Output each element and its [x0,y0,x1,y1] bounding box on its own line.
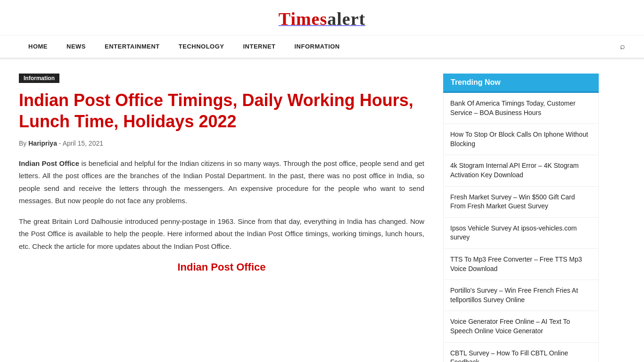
trending-item: Bank Of America Timings Today, Customer … [444,93,598,124]
nav-item-news[interactable]: NEWS [57,35,95,58]
site-header: Timesalert HOME NEWS ENTERTAINMENT TECHN… [0,0,644,59]
by-label: By [19,140,26,147]
nav-item-information[interactable]: INFORMATION [285,35,349,58]
trending-link-6[interactable]: Portillo's Survey – Win Free French Frie… [450,287,578,304]
nav-link-internet[interactable]: INTERNET [234,35,285,58]
article-title: Indian Post Office Timings, Daily Workin… [19,90,424,132]
trending-item: How To Stop Or Block Calls On Iphone Wit… [444,124,598,155]
article-subheading: Indian Post Office [19,261,424,273]
trending-item: Voice Generator Free Online – AI Text To… [444,311,598,342]
nav-item-internet[interactable]: INTERNET [234,35,285,58]
trending-link-2[interactable]: 4k Stogram Internal API Error – 4K Stogr… [450,162,578,179]
page-wrapper: Information Indian Post Office Timings, … [0,59,644,362]
category-badge[interactable]: Information [19,74,59,83]
nav-item-entertainment[interactable]: ENTERTAINMENT [95,35,169,58]
nav-link-entertainment[interactable]: ENTERTAINMENT [95,35,169,58]
trending-item: CBTL Survey – How To Fill CBTL Online Fe… [444,343,598,362]
para1-rest: is beneficial and helpful for the Indian… [19,159,424,205]
trending-link-4[interactable]: Ipsos Vehicle Survey At ipsos-vehicles.c… [450,224,577,241]
para1-bold: Indian Post Office [19,159,79,167]
trending-list: Bank Of America Timings Today, Customer … [443,93,599,362]
trending-item: Ipsos Vehicle Survey At ipsos-vehicles.c… [444,218,598,249]
nav-link-home[interactable]: HOME [19,35,57,58]
nav-link-technology[interactable]: TECHNOLOGY [169,35,234,58]
trending-item: 4k Stogram Internal API Error – 4K Stogr… [444,155,598,186]
article-para-1: Indian Post Office is beneficial and hel… [19,157,424,207]
main-nav: HOME NEWS ENTERTAINMENT TECHNOLOGY INTER… [0,35,644,58]
article-para-2: The great Britain Lord Dalhousie introdu… [19,215,424,253]
logo-alert: alert [327,9,365,29]
nav-link-news[interactable]: NEWS [57,35,95,58]
nav-links: HOME NEWS ENTERTAINMENT TECHNOLOGY INTER… [19,35,349,58]
trending-link-8[interactable]: CBTL Survey – How To Fill CBTL Online Fe… [450,349,568,362]
trending-link-3[interactable]: Fresh Market Survey – Win $500 Gift Card… [450,193,575,210]
logo-area: Timesalert [279,0,365,35]
trending-link-0[interactable]: Bank Of America Timings Today, Customer … [450,99,576,116]
trending-link-5[interactable]: TTS To Mp3 Free Converter – Free TTS Mp3… [450,255,582,272]
trending-link-7[interactable]: Voice Generator Free Online – AI Text To… [450,318,570,335]
trending-header: Trending Now [443,74,599,93]
sidebar: Trending Now Bank Of America Timings Tod… [443,74,599,362]
logo-times: Times [279,9,328,29]
nav-item-technology[interactable]: TECHNOLOGY [169,35,234,58]
article-body: Indian Post Office is beneficial and hel… [19,157,424,253]
article-meta: By Haripriya - April 15, 2021 [19,140,424,147]
trending-link-1[interactable]: How To Stop Or Block Calls On Iphone Wit… [450,131,588,148]
trending-item: Fresh Market Survey – Win $500 Gift Card… [444,187,598,218]
trending-item: Portillo's Survey – Win Free French Frie… [444,280,598,311]
publish-date: April 15, 2021 [63,140,103,147]
meta-separator: - [59,140,61,147]
search-icon[interactable]: ⌕ [620,41,625,51]
main-content: Information Indian Post Office Timings, … [19,74,424,362]
logo-link[interactable]: Timesalert [279,18,365,26]
author-name: Haripriya [28,140,57,147]
trending-item: TTS To Mp3 Free Converter – Free TTS Mp3… [444,249,598,280]
nav-item-home[interactable]: HOME [19,35,57,58]
nav-link-information[interactable]: INFORMATION [285,35,349,58]
